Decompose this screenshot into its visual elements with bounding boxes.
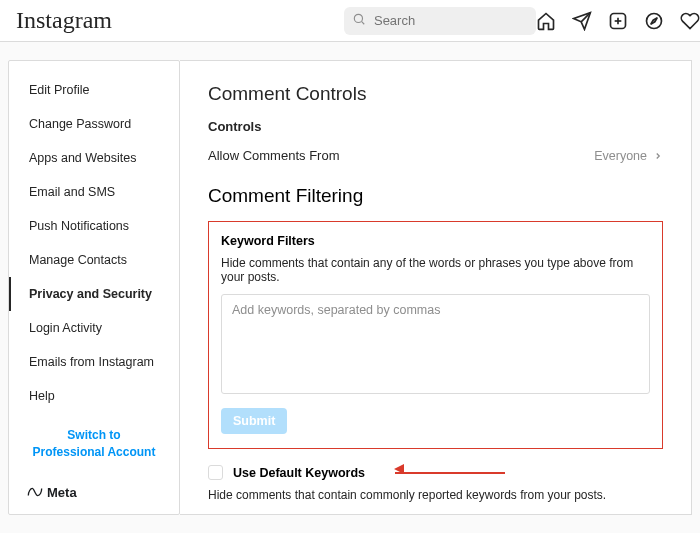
- keyword-filters-heading: Keyword Filters: [221, 234, 650, 248]
- sidebar-item-privacy-security[interactable]: Privacy and Security: [9, 277, 179, 311]
- allow-comments-value: Everyone: [594, 149, 647, 163]
- settings-sidebar: Edit Profile Change Password Apps and We…: [8, 60, 180, 515]
- svg-point-0: [354, 14, 362, 22]
- meta-logo[interactable]: Meta: [9, 475, 179, 510]
- sidebar-item-apps-websites[interactable]: Apps and Websites: [9, 141, 179, 175]
- page-title: Comment Controls: [208, 83, 663, 105]
- keyword-filters-textarea[interactable]: [221, 294, 650, 394]
- settings-content: Comment Controls Controls Allow Comments…: [180, 60, 692, 515]
- submit-button[interactable]: Submit: [221, 408, 287, 434]
- sidebar-item-emails-instagram[interactable]: Emails from Instagram: [9, 345, 179, 379]
- sidebar-item-login-activity[interactable]: Login Activity: [9, 311, 179, 345]
- search-input[interactable]: [344, 7, 536, 35]
- sidebar-item-help[interactable]: Help: [9, 379, 179, 413]
- messages-icon[interactable]: [572, 11, 592, 31]
- filtering-title: Comment Filtering: [208, 185, 663, 207]
- sidebar-item-push-notifications[interactable]: Push Notifications: [9, 209, 179, 243]
- svg-line-1: [362, 21, 365, 24]
- default-keywords-description: Hide comments that contain commonly repo…: [208, 488, 663, 502]
- sidebar-item-edit-profile[interactable]: Edit Profile: [9, 73, 179, 107]
- sidebar-item-manage-contacts[interactable]: Manage Contacts: [9, 243, 179, 277]
- top-bar: Instagram: [0, 0, 700, 42]
- home-icon[interactable]: [536, 11, 556, 31]
- sidebar-item-email-sms[interactable]: Email and SMS: [9, 175, 179, 209]
- settings-page: Edit Profile Change Password Apps and We…: [0, 42, 700, 533]
- annotation-arrow-icon: [395, 467, 505, 479]
- default-keywords-label: Use Default Keywords: [233, 466, 365, 480]
- allow-comments-label: Allow Comments From: [208, 148, 339, 163]
- new-post-icon[interactable]: [608, 11, 628, 31]
- switch-professional-link[interactable]: Switch to Professional Account: [9, 413, 179, 475]
- svg-marker-6: [651, 17, 658, 24]
- default-keywords-checkbox[interactable]: [208, 465, 223, 480]
- activity-icon[interactable]: [680, 11, 700, 31]
- instagram-logo[interactable]: Instagram: [16, 7, 112, 34]
- meta-label: Meta: [47, 485, 77, 500]
- search-icon: [352, 12, 366, 30]
- keyword-filters-description: Hide comments that contain any of the wo…: [221, 256, 650, 284]
- chevron-right-icon: [653, 151, 663, 161]
- allow-comments-row[interactable]: Allow Comments From Everyone: [208, 144, 663, 181]
- sidebar-item-change-password[interactable]: Change Password: [9, 107, 179, 141]
- explore-icon[interactable]: [644, 11, 664, 31]
- svg-point-5: [646, 13, 661, 28]
- controls-heading: Controls: [208, 119, 663, 134]
- keyword-filters-section: Keyword Filters Hide comments that conta…: [208, 221, 663, 449]
